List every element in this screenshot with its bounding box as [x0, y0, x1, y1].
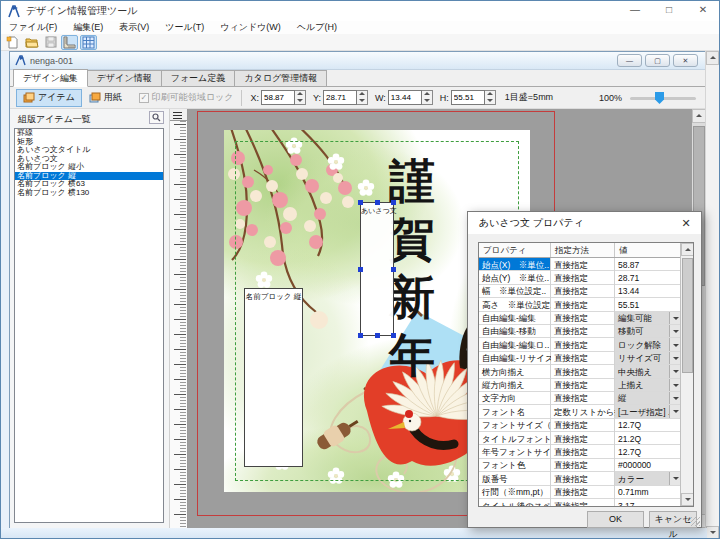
- tab-3[interactable]: カタログ管理情報: [234, 70, 327, 86]
- spinner-icon-2[interactable]: [422, 90, 433, 105]
- zoom-slider-thumb[interactable]: [655, 92, 664, 104]
- property-name-cell-11[interactable]: フォント名: [479, 405, 551, 418]
- property-name-cell-1[interactable]: 始点(Y) ※単位..: [479, 271, 551, 284]
- property-row-9[interactable]: 縦方向揃え直接指定上揃え: [479, 379, 693, 392]
- menu-item-0[interactable]: ファイル(F): [1, 21, 65, 34]
- property-row-8[interactable]: 横方向揃え直接指定中央揃え: [479, 365, 693, 378]
- selection-handle-w[interactable]: [358, 267, 363, 272]
- spinner-icon-1[interactable]: [357, 90, 368, 105]
- property-value-cell-2[interactable]: 13.44: [615, 285, 681, 298]
- list-item-7[interactable]: 名前ブロック 横130: [15, 189, 163, 198]
- dialog-table-scrollbar[interactable]: [680, 243, 693, 506]
- property-row-3[interactable]: 高さ ※単位設定...直接指定55.51: [479, 298, 693, 311]
- property-value-cell-10[interactable]: 縦: [615, 392, 681, 405]
- menu-item-2[interactable]: 表示(V): [111, 21, 157, 34]
- cancel-button[interactable]: キャンセル: [649, 511, 697, 528]
- window-minimize-button[interactable]: —: [619, 1, 651, 21]
- property-row-17[interactable]: 行間（※mm,pt）直接指定0.71mm: [479, 486, 693, 499]
- property-value-cell-6[interactable]: ロック解除: [615, 338, 681, 351]
- table-scrollbar-thumb[interactable]: [682, 258, 693, 373]
- property-row-12[interactable]: フォントサイズ（※pt..直接指定12.7Q: [479, 419, 693, 432]
- property-row-13[interactable]: タイトルフォントサイ..直接指定21.2Q: [479, 432, 693, 445]
- menu-item-1[interactable]: 編集(E): [65, 21, 111, 34]
- save-icon[interactable]: [42, 35, 59, 50]
- selection-handle-se[interactable]: [391, 333, 396, 338]
- ruler-options-icon[interactable]: [170, 109, 187, 121]
- ruler-icon[interactable]: [61, 35, 78, 50]
- property-name-cell-8[interactable]: 横方向揃え: [479, 365, 551, 378]
- dialog-resize-grip[interactable]: [691, 517, 700, 526]
- property-value-cell-12[interactable]: 12.7Q: [615, 419, 681, 432]
- property-row-2[interactable]: 幅 ※単位設定..直接指定13.44: [479, 285, 693, 298]
- property-row-7[interactable]: 自由編集-リサイズ直接指定リサイズ可: [479, 352, 693, 365]
- table-scroll-down-icon[interactable]: [681, 493, 694, 506]
- spinner-icon-0[interactable]: [295, 90, 306, 105]
- selection-handle-e[interactable]: [391, 267, 396, 272]
- property-value-cell-5[interactable]: 移動可: [615, 325, 681, 338]
- property-row-4[interactable]: 自由編集-編集直接指定編集可能: [479, 312, 693, 325]
- property-name-cell-16[interactable]: 版番号: [479, 472, 551, 485]
- property-name-cell-4[interactable]: 自由編集-編集: [479, 312, 551, 325]
- document-restore-button[interactable]: ▢: [645, 54, 670, 67]
- property-name-cell-15[interactable]: フォント色: [479, 459, 551, 472]
- property-row-11[interactable]: フォント名定数リストから指定[ユーザ指定] ..: [479, 405, 693, 418]
- ok-button[interactable]: OK: [587, 511, 644, 528]
- window-close-button[interactable]: ✕: [687, 1, 719, 21]
- spinner-icon-3[interactable]: [485, 90, 496, 105]
- coord-input-3[interactable]: [451, 90, 485, 105]
- aisatsu-block[interactable]: あいさつ文: [360, 202, 394, 336]
- property-value-cell-9[interactable]: 上揃え: [615, 379, 681, 392]
- property-name-cell-9[interactable]: 縦方向揃え: [479, 379, 551, 392]
- property-name-cell-13[interactable]: タイトルフォントサイ..: [479, 432, 551, 445]
- table-scroll-up-icon[interactable]: [681, 243, 694, 256]
- menu-item-3[interactable]: ツール(T): [157, 21, 212, 34]
- item-mode-button[interactable]: アイテム: [16, 89, 82, 107]
- name-block[interactable]: 名前ブロック 縦: [244, 288, 303, 467]
- grid-icon[interactable]: [80, 35, 97, 50]
- property-row-16[interactable]: 版番号直接指定カラー: [479, 472, 693, 485]
- property-value-cell-11[interactable]: [ユーザ指定] ..: [615, 405, 681, 418]
- new-document-icon[interactable]: [4, 35, 21, 50]
- print-area-lock-checkbox[interactable]: ✓: [139, 93, 149, 103]
- property-row-15[interactable]: フォント色直接指定#000000: [479, 459, 693, 472]
- selection-handle-sw[interactable]: [358, 333, 363, 338]
- property-name-cell-7[interactable]: 自由編集-リサイズ: [479, 352, 551, 365]
- property-value-cell-17[interactable]: 0.71mm: [615, 486, 681, 499]
- coord-input-1[interactable]: [323, 90, 357, 105]
- list-item-0[interactable]: 罫線: [15, 129, 163, 138]
- workspace-vertical-scrollbar[interactable]: [705, 51, 719, 539]
- property-name-cell-0[interactable]: 始点(X) ※単位..: [479, 258, 551, 271]
- document-close-button[interactable]: ✕: [673, 54, 698, 67]
- property-name-cell-12[interactable]: フォントサイズ（※pt..: [479, 419, 551, 432]
- property-name-cell-17[interactable]: 行間（※mm,pt）: [479, 486, 551, 499]
- property-value-cell-7[interactable]: リサイズ可: [615, 352, 681, 365]
- selection-handle-ne[interactable]: [391, 200, 396, 205]
- tab-2[interactable]: フォーム定義: [161, 70, 236, 86]
- property-name-cell-3[interactable]: 高さ ※単位設定...: [479, 298, 551, 311]
- property-value-cell-15[interactable]: #000000: [615, 459, 681, 472]
- property-row-5[interactable]: 自由編集-移動直接指定移動可: [479, 325, 693, 338]
- window-maximize-button[interactable]: □: [653, 1, 685, 21]
- property-value-cell-4[interactable]: 編集可能: [615, 312, 681, 325]
- scroll-up-icon[interactable]: [692, 109, 706, 123]
- property-name-cell-5[interactable]: 自由編集-移動: [479, 325, 551, 338]
- tab-0[interactable]: デザイン編集: [13, 69, 88, 87]
- property-value-cell-13[interactable]: 21.2Q: [615, 432, 681, 445]
- dialog-close-icon[interactable]: ✕: [677, 215, 695, 231]
- selection-handle-s[interactable]: [375, 333, 380, 338]
- property-value-cell-3[interactable]: 55.51: [615, 298, 681, 311]
- property-value-cell-8[interactable]: 中央揃え: [615, 365, 681, 378]
- property-value-cell-0[interactable]: 58.87: [615, 258, 681, 271]
- selection-handle-n[interactable]: [375, 200, 380, 205]
- property-row-18[interactable]: タイトル後のスペ..直接指定3.17..: [479, 499, 693, 507]
- workspace-scroll-up-icon[interactable]: [706, 51, 719, 65]
- menu-item-4[interactable]: ウィンドウ(W): [212, 21, 289, 34]
- property-name-cell-18[interactable]: タイトル後のスペ..: [479, 499, 551, 507]
- property-value-cell-1[interactable]: 28.71: [615, 271, 681, 284]
- property-name-cell-10[interactable]: 文字方向: [479, 392, 551, 405]
- property-row-0[interactable]: 始点(X) ※単位..直接指定58.87: [479, 258, 693, 271]
- property-name-cell-2[interactable]: 幅 ※単位設定..: [479, 285, 551, 298]
- open-folder-icon[interactable]: [23, 35, 40, 50]
- coord-input-0[interactable]: [261, 90, 295, 105]
- property-name-cell-14[interactable]: 年号フォントサイズ..: [479, 445, 551, 458]
